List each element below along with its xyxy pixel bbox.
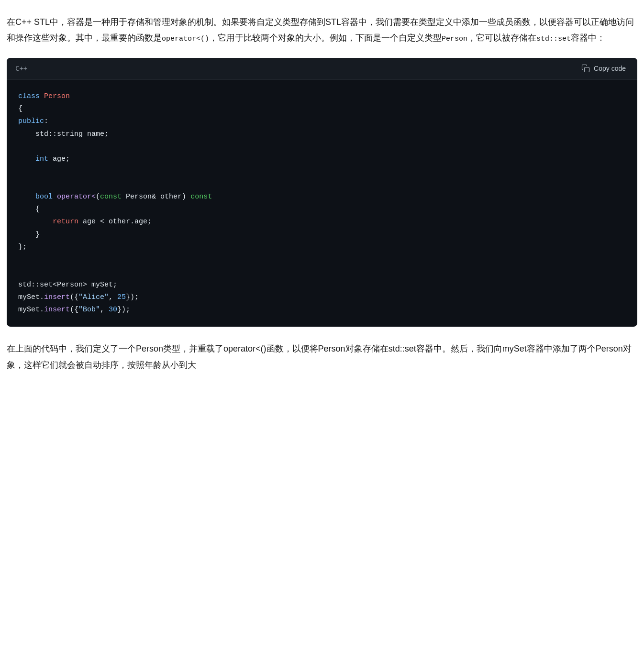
svg-rect-0 <box>585 67 589 72</box>
inline-code-person: Person <box>442 35 467 43</box>
inline-code-person-3: Person <box>318 344 345 353</box>
inline-code-myset: mySet <box>502 344 527 353</box>
inline-code-person-2: Person <box>136 344 163 353</box>
copy-icon <box>581 64 590 73</box>
copy-code-label: Copy code <box>594 65 626 72</box>
code-language-label: C++ <box>15 63 27 75</box>
code-block-header: C++ Copy code <box>7 58 637 80</box>
code-block: C++ Copy code class Person { public: std… <box>7 58 637 327</box>
intro-paragraph: 在C++ STL中，容器是一种用于存储和管理对象的机制。如果要将自定义类型存储到… <box>7 14 637 46</box>
inline-code-stdset-2: std::set <box>389 344 416 353</box>
inline-code-stdset: std::set <box>536 35 571 43</box>
inline-code-operator-2: operator<() <box>223 344 266 353</box>
code-block-body: class Person { public: std::string name;… <box>7 80 637 327</box>
code-content: class Person { public: std::string name;… <box>18 90 626 317</box>
copy-code-button[interactable]: Copy code <box>578 63 629 74</box>
inline-code-operator: operator<() <box>162 35 209 43</box>
inline-code-person-4: Person <box>596 344 623 353</box>
outro-paragraph: 在上面的代码中，我们定义了一个Person类型，并重载了operator<()函… <box>7 341 637 373</box>
